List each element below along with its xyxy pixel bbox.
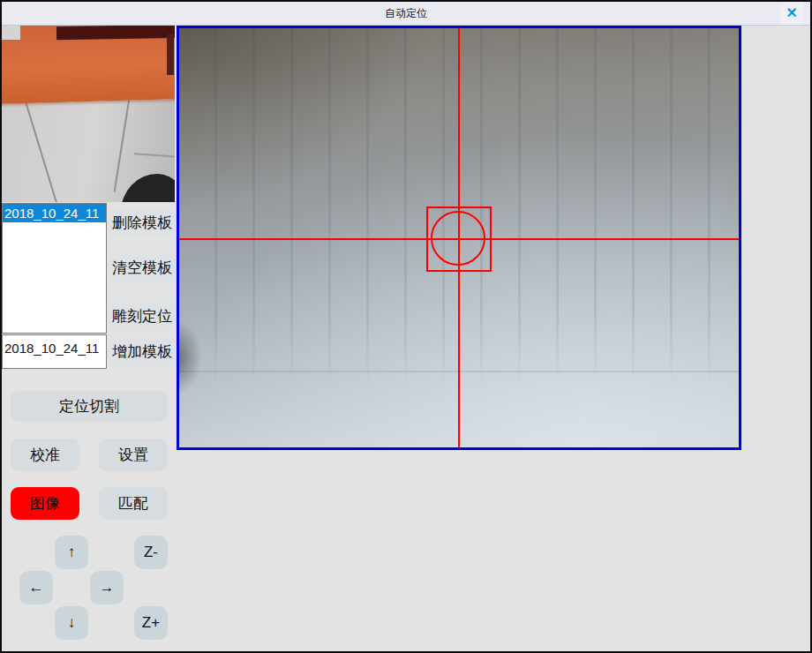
jog-right-button[interactable]: → [90, 571, 124, 604]
add-template-button[interactable]: 增加模板 [108, 337, 177, 365]
z-plus-button[interactable]: Z+ [134, 606, 168, 640]
delete-template-button[interactable]: 删除模板 [108, 208, 177, 236]
template-list-item[interactable]: 2018_10_24_11 [3, 204, 106, 222]
clear-templates-button[interactable]: 清空模板 [108, 253, 177, 281]
settings-button[interactable]: 设置 [99, 439, 168, 471]
close-icon[interactable]: × [780, 2, 803, 25]
z-minus-button[interactable]: Z- [134, 536, 168, 569]
template-list[interactable]: 2018_10_24_11 [2, 203, 107, 334]
engrave-position-button[interactable]: 雕刻定位 [108, 302, 177, 330]
thumbnail-tile-line [134, 153, 175, 157]
thumbnail-dark-strip [56, 26, 175, 40]
thumbnail-dark-strip [167, 34, 174, 75]
match-button[interactable]: 匹配 [99, 487, 168, 520]
template-thumbnail [2, 26, 175, 202]
camera-image-smudge [177, 319, 202, 395]
template-name-field[interactable] [2, 334, 107, 369]
jog-left-button[interactable]: ← [19, 571, 53, 604]
target-circle [431, 211, 485, 266]
jog-down-button[interactable]: ↓ [55, 606, 88, 640]
window-title: 自动定位 [2, 2, 810, 25]
position-cut-button[interactable]: 定位切割 [11, 391, 168, 422]
titlebar: 自动定位 × [2, 2, 810, 26]
thumbnail-dark-object [121, 174, 175, 202]
image-button[interactable]: 图像 [11, 487, 79, 520]
camera-view[interactable] [177, 26, 741, 450]
calibrate-button[interactable]: 校准 [11, 439, 79, 471]
auto-position-window: 自动定位 × 2018_10_24_11 删除模板 清空模板 雕刻定位 增加模板… [0, 0, 812, 653]
jog-up-button[interactable]: ↑ [55, 536, 88, 569]
thumbnail-gray-square [2, 26, 20, 40]
